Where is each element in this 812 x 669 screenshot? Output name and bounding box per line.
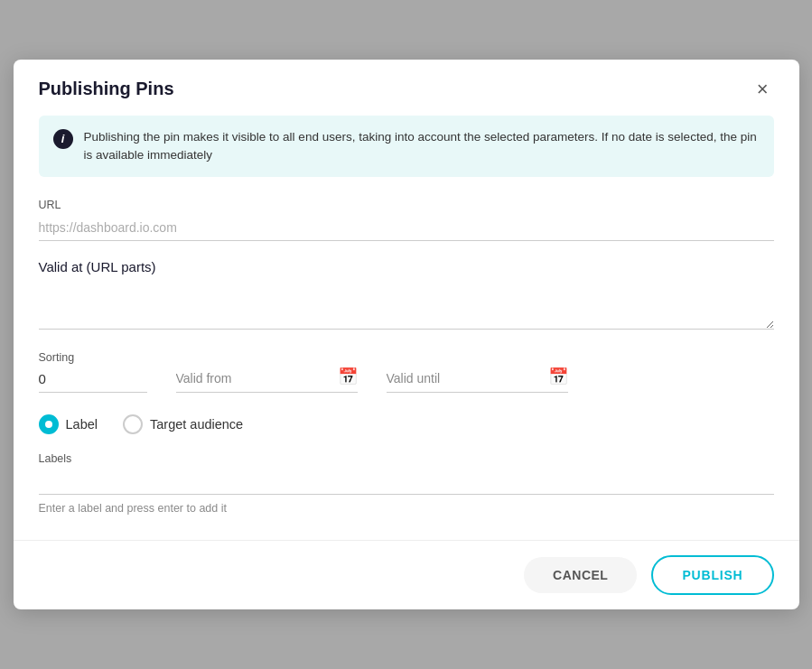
sorting-label: Sorting — [39, 351, 147, 364]
sorting-row: Sorting 📅 📅 — [39, 351, 774, 393]
sorting-input[interactable] — [39, 367, 147, 393]
valid-from-input[interactable] — [176, 367, 334, 386]
modal-title: Publishing Pins — [39, 79, 174, 99]
valid-from-field: 📅 — [176, 367, 358, 393]
labels-section: Labels Enter a label and press enter to … — [39, 452, 774, 515]
modal-header: Publishing Pins × — [14, 60, 799, 116]
url-input[interactable] — [39, 217, 774, 241]
url-label: URL — [39, 199, 774, 211]
radio-label-text: Label — [66, 417, 98, 432]
radio-label-button[interactable] — [39, 414, 59, 434]
info-banner: i Publishing the pin makes it visible to… — [39, 116, 774, 178]
info-icon: i — [53, 129, 73, 149]
sorting-field: Sorting — [39, 351, 147, 393]
valid-at-group: Valid at (URL parts) — [39, 259, 774, 333]
valid-until-calendar-icon[interactable]: 📅 — [548, 367, 568, 386]
labels-input[interactable] — [39, 470, 774, 495]
modal-overlay: Publishing Pins × i Publishing the pin m… — [0, 0, 812, 669]
publish-button[interactable]: PUBLISH — [651, 555, 773, 595]
radio-label-option[interactable]: Label — [39, 414, 98, 434]
radio-label-inner — [45, 421, 52, 428]
valid-at-textarea[interactable] — [39, 275, 774, 330]
publishing-pins-modal: Publishing Pins × i Publishing the pin m… — [14, 60, 799, 610]
cancel-button[interactable]: CANCEL — [524, 557, 637, 593]
radio-target-text: Target audience — [150, 417, 243, 432]
url-field-group: URL — [39, 199, 774, 241]
info-banner-text: Publishing the pin makes it visible to a… — [84, 128, 760, 165]
valid-from-calendar-icon[interactable]: 📅 — [338, 367, 358, 386]
valid-until-wrapper: 📅 — [387, 367, 568, 393]
modal-body: i Publishing the pin makes it visible to… — [14, 116, 799, 541]
valid-until-input[interactable] — [387, 367, 545, 386]
labels-label: Labels — [39, 452, 774, 465]
labels-hint: Enter a label and press enter to add it — [39, 502, 774, 515]
valid-until-field: 📅 — [387, 367, 568, 393]
radio-target-button[interactable] — [123, 414, 143, 434]
modal-footer: CANCEL PUBLISH — [14, 540, 799, 609]
close-button[interactable]: × — [751, 78, 774, 101]
radio-group: Label Target audience — [39, 414, 774, 434]
valid-at-title: Valid at (URL parts) — [39, 259, 156, 274]
radio-target-option[interactable]: Target audience — [123, 414, 243, 434]
valid-from-wrapper: 📅 — [176, 367, 358, 393]
